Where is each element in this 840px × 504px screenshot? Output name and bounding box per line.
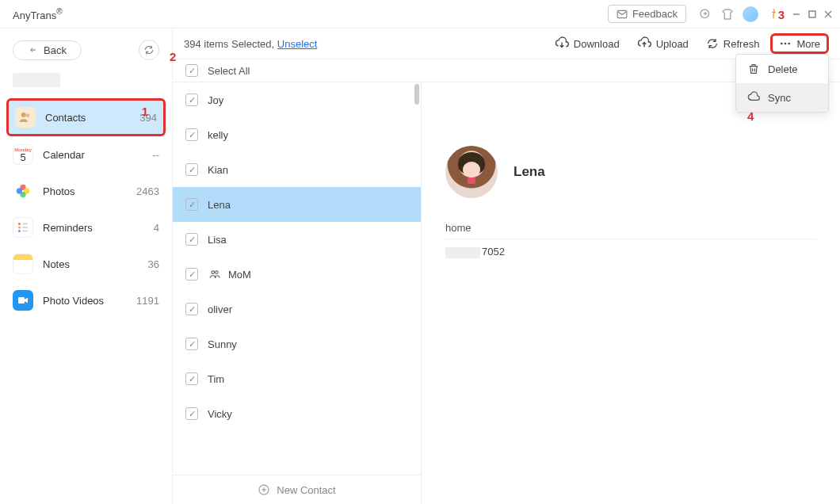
ellipsis-icon: [779, 37, 792, 50]
download-button[interactable]: Download: [548, 33, 626, 54]
contact-name: Vicky: [208, 408, 232, 420]
row-checkbox[interactable]: [185, 128, 198, 141]
contact-name: kelly: [208, 129, 228, 141]
contact-list[interactable]: Joy kelly Kian Lena Lisa: [173, 82, 422, 504]
svg-point-20: [785, 43, 787, 45]
sidebar: Back 1 Contacts 394 Monday 5 Calendar --: [0, 29, 173, 504]
sync-menu-item[interactable]: Sync 4: [736, 83, 828, 112]
shirt-icon[interactable]: [720, 7, 735, 21]
sidebar-item-label: Notes: [43, 258, 139, 270]
svg-point-23: [216, 271, 219, 274]
contact-name: Joy: [208, 94, 223, 106]
svg-point-11: [17, 188, 22, 193]
select-all-checkbox[interactable]: [185, 64, 198, 77]
sidebar-item-count: --: [152, 149, 159, 161]
phone-value: 7052: [445, 246, 816, 258]
contact-name: MoM: [228, 269, 251, 281]
contact-row[interactable]: Sunny: [173, 326, 421, 361]
callout-3: 3: [778, 8, 785, 21]
sidebar-item-photos[interactable]: Photos 2463: [0, 173, 172, 209]
notes-icon: [13, 254, 33, 274]
group-icon: [208, 269, 222, 280]
contact-row[interactable]: Joy: [173, 82, 421, 117]
photos-icon: [13, 181, 33, 201]
sidebar-item-notes[interactable]: Notes 36: [0, 246, 172, 282]
contact-name: Tim: [208, 373, 224, 385]
reminders-icon: [13, 217, 33, 238]
back-button[interactable]: Back: [13, 40, 82, 60]
sidebar-item-count: 36: [148, 258, 159, 270]
contact-name: Lisa: [208, 234, 227, 246]
contact-row[interactable]: Lisa: [173, 222, 421, 257]
magnify-circle-icon[interactable]: [698, 7, 712, 21]
row-checkbox[interactable]: [185, 407, 198, 420]
row-checkbox[interactable]: [185, 338, 198, 350]
contacts-icon: [15, 107, 36, 128]
contact-detail-name: Lena: [514, 164, 545, 180]
row-checkbox[interactable]: [185, 233, 198, 246]
delete-menu-item[interactable]: Delete: [736, 55, 828, 83]
svg-rect-18: [18, 297, 25, 304]
row-checkbox[interactable]: [185, 372, 198, 385]
svg-point-22: [212, 271, 215, 274]
contact-row[interactable]: Tim: [173, 361, 421, 396]
sidebar-item-label: Reminders: [43, 222, 144, 234]
feedback-button[interactable]: Feedback: [608, 5, 686, 23]
svg-point-12: [18, 223, 21, 225]
maximize-icon[interactable]: [807, 9, 818, 20]
sidebar-refresh-button[interactable]: [139, 40, 159, 60]
sidebar-user-placeholder: [13, 73, 60, 87]
contact-avatar: [445, 146, 498, 198]
unselect-link[interactable]: Unselect: [277, 38, 318, 50]
svg-point-19: [781, 43, 783, 45]
sidebar-item-label: Calendar: [43, 149, 143, 161]
close-icon[interactable]: [823, 9, 834, 20]
minimize-icon[interactable]: [791, 9, 802, 20]
contact-name: oliver: [208, 304, 232, 315]
more-dropdown: Delete Sync 4: [735, 54, 829, 113]
svg-point-13: [18, 227, 21, 229]
more-button[interactable]: More: [770, 33, 829, 54]
trash-icon: [747, 63, 760, 75]
calendar-icon: Monday 5: [13, 144, 33, 165]
phone-label: home: [445, 222, 816, 239]
sidebar-item-label: Photos: [43, 185, 127, 197]
mail-icon: [617, 9, 628, 20]
svg-point-21: [788, 43, 791, 45]
new-contact-button[interactable]: New Contact: [173, 475, 421, 504]
contact-row[interactable]: Lena: [173, 187, 421, 222]
row-checkbox[interactable]: [185, 198, 198, 211]
svg-point-7: [26, 114, 30, 118]
video-icon: [13, 290, 33, 311]
contact-row[interactable]: oliver: [173, 292, 421, 326]
user-avatar-icon[interactable]: [743, 6, 758, 22]
contact-detail: Lena home 7052: [422, 82, 840, 504]
callout-2: 2: [170, 50, 176, 63]
refresh-icon: [706, 37, 719, 50]
sidebar-item-count: 4: [154, 222, 159, 234]
sidebar-item-reminders[interactable]: Reminders 4: [0, 209, 172, 246]
row-checkbox[interactable]: [185, 163, 198, 176]
svg-rect-3: [809, 11, 815, 17]
sidebar-item-photovideos[interactable]: Photo Videos 1191: [0, 282, 172, 319]
scrollbar[interactable]: [414, 84, 419, 105]
sidebar-item-calendar[interactable]: Monday 5 Calendar --: [0, 136, 172, 173]
svg-point-6: [21, 113, 26, 117]
row-checkbox[interactable]: [185, 303, 198, 315]
contact-row[interactable]: Kian: [173, 152, 421, 187]
row-checkbox[interactable]: [185, 94, 198, 106]
sidebar-item-label: Photo Videos: [43, 295, 127, 307]
contact-row[interactable]: Vicky: [173, 396, 421, 431]
app-title: AnyTrans®: [6, 7, 63, 21]
arrow-left-icon: [28, 46, 39, 54]
contact-row[interactable]: kelly: [173, 117, 421, 152]
refresh-icon: [143, 44, 155, 55]
upload-button[interactable]: Upload: [631, 33, 695, 54]
cloud-upload-icon: [637, 36, 651, 51]
refresh-button[interactable]: Refresh: [700, 34, 766, 53]
titlebar: AnyTrans® Feedback: [0, 0, 840, 29]
plus-circle-icon: [258, 483, 270, 496]
row-checkbox[interactable]: [185, 268, 198, 281]
contact-row[interactable]: MoM: [173, 257, 421, 292]
sidebar-item-count: 1191: [136, 295, 159, 307]
